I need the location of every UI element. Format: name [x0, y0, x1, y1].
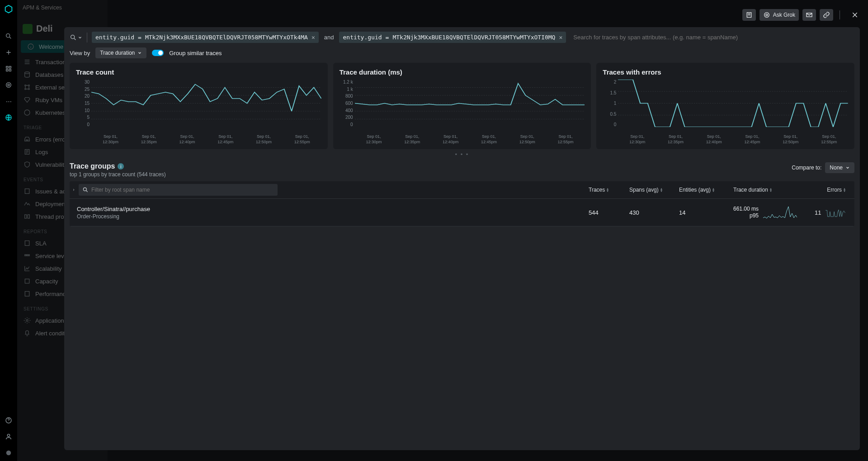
y-axis-labels: 21.510.50: [603, 80, 616, 127]
trace-groups-subtitle: top 1 groups by trace count (544 traces): [70, 171, 166, 178]
help-icon[interactable]: [5, 416, 13, 424]
x-axis-labels: Sep 01,12:30pmSep 01,12:35pmSep 01,12:40…: [618, 134, 848, 145]
span-name: Controller/Sinatra//purchase: [77, 206, 583, 212]
compare-label: Compare to:: [792, 165, 821, 171]
trace-groups-section: Trace groups i top 1 groups by trace cou…: [64, 160, 860, 450]
search-bar: entity.guid = MTk2Njk3MXxBUE18QVBQTElDQV…: [64, 27, 860, 47]
remove-filter-button[interactable]: ✕: [559, 34, 562, 41]
svg-point-0: [6, 34, 10, 38]
cell-name: Controller/Sinatra//purchase Order-Proce…: [70, 206, 583, 220]
globe-icon[interactable]: [5, 113, 13, 122]
ask-grok-label: Ask Grok: [773, 12, 795, 18]
filter-attr: entity.guid: [343, 34, 382, 41]
service-name: Order-Processing: [77, 213, 583, 220]
svg-point-10: [6, 451, 11, 456]
table-row[interactable]: Controller/Sinatra//purchase Order-Proce…: [70, 199, 854, 226]
chart-trace-duration: Trace duration (ms) 1.2 k1 k800600400200…: [333, 63, 591, 149]
search-input[interactable]: [570, 32, 854, 43]
filter-root-span-input[interactable]: [79, 184, 278, 196]
info-icon[interactable]: i: [118, 163, 124, 169]
compare-dropdown[interactable]: None: [825, 162, 854, 173]
cell-errors: 11: [809, 204, 854, 221]
column-errors[interactable]: Errors▴▾: [809, 182, 854, 198]
svg-point-9: [7, 434, 9, 437]
svg-point-5: [6, 83, 11, 88]
viewby-dropdown[interactable]: Trace duration: [95, 47, 146, 58]
cell-spans: 430: [624, 209, 674, 216]
viewby-value: Trace duration: [100, 50, 135, 56]
toggle-label: Group similar traces: [169, 50, 222, 56]
group-traces-toggle[interactable]: [152, 50, 164, 56]
x-axis-labels: Sep 01,12:30pmSep 01,12:35pmSep 01,12:40…: [91, 134, 321, 145]
ask-grok-button[interactable]: Ask Grok: [760, 9, 799, 21]
newrelic-logo[interactable]: [4, 5, 14, 14]
svg-point-6: [8, 84, 9, 86]
chart-trace-count: Trace count 302520151050 Sep 01,12:30pmS…: [70, 63, 328, 149]
copy-link-button[interactable]: [820, 9, 833, 21]
collapse-handle[interactable]: [70, 181, 76, 198]
duration-value: 661.00 ms: [733, 206, 759, 213]
more-icon[interactable]: ⋯: [5, 97, 13, 105]
svg-rect-1: [6, 66, 8, 68]
search-icon[interactable]: [5, 32, 13, 40]
distributed-tracing-panel: entity.guid = MTk2Njk3MXxBUE18QVBQTElDQV…: [64, 27, 860, 450]
errors-value: 11: [815, 209, 821, 216]
nav-rail: ⋯: [0, 0, 17, 461]
filter-val: MTk2Njk3MXxBUE18QVBQTElDQVRJT058MTYwMTYx…: [392, 34, 555, 41]
search-icon: [70, 34, 77, 41]
x-axis-labels: Sep 01,12:30pmSep 01,12:35pmSep 01,12:40…: [355, 134, 585, 145]
browser-icon[interactable]: [5, 81, 13, 89]
chart-title: Trace count: [76, 68, 321, 76]
divider: [840, 10, 840, 19]
svg-point-30: [764, 13, 769, 18]
column-entities[interactable]: Entities (avg)▴▾: [674, 182, 728, 198]
svg-point-31: [766, 14, 768, 16]
filter-op: =: [138, 34, 142, 41]
filter-val: MTk2Njk3MXxBUE18QVBQTElDQVRJT058MTYwMTYx…: [145, 34, 308, 41]
remove-filter-button[interactable]: ✕: [311, 34, 315, 41]
y-axis-labels: 1.2 k1 k8006004002000: [340, 80, 353, 127]
note-icon: [745, 11, 753, 19]
mail-icon: [806, 11, 813, 19]
trace-groups-table: Traces▴▾ Spans (avg)▴▾ Entities (avg)▴▾ …: [70, 181, 854, 226]
apps-icon[interactable]: [5, 65, 13, 73]
svg-rect-3: [6, 69, 8, 71]
search-dropdown-button[interactable]: [70, 34, 82, 41]
chevron-down-icon: [845, 165, 850, 170]
add-icon[interactable]: [5, 48, 13, 56]
share-mail-button[interactable]: [802, 9, 816, 21]
column-duration[interactable]: Trace duration▴▾: [728, 182, 809, 198]
compare-value: None: [830, 165, 843, 171]
filter-pill-1[interactable]: entity.guid = MTk2Njk3MXxBUE18QVBQTElDQV…: [92, 32, 319, 43]
chart-title: Trace duration (ms): [340, 68, 585, 76]
cell-duration: 661.00 ms p95: [728, 204, 809, 221]
status-dot-icon[interactable]: [5, 449, 13, 457]
cell-traces: 544: [583, 209, 624, 216]
resize-grip[interactable]: • • •: [64, 149, 860, 160]
errors-sparkline: [826, 204, 845, 221]
notes-button[interactable]: [742, 9, 756, 21]
chevron-down-icon: [78, 35, 82, 40]
charts-row: Trace count 302520151050 Sep 01,12:30pmS…: [64, 63, 860, 149]
link-icon: [823, 11, 830, 19]
viewby-label: View by: [70, 50, 90, 56]
filter-input-field[interactable]: [91, 187, 274, 193]
column-traces[interactable]: Traces▴▾: [583, 182, 624, 198]
chart-traces-errors: Traces with errors 21.510.50 Sep 01,12:3…: [596, 63, 854, 149]
chart-title: Traces with errors: [603, 68, 848, 76]
filter-pill-2[interactable]: entity.guid = MTk2Njk3MXxBUE18QVBQTElDQV…: [339, 32, 566, 43]
svg-rect-2: [9, 66, 11, 68]
viewby-row: View by Trace duration Group similar tra…: [64, 47, 860, 63]
chart-plot[interactable]: [355, 80, 585, 127]
trace-groups-title: Trace groups: [70, 162, 115, 170]
close-button[interactable]: [850, 10, 860, 20]
user-icon[interactable]: [5, 433, 13, 441]
divider: [87, 33, 87, 42]
chart-plot[interactable]: [618, 80, 848, 127]
column-spans[interactable]: Spans (avg)▴▾: [624, 182, 674, 198]
duration-sparkline: [763, 204, 797, 221]
chevron-down-icon: [137, 51, 142, 55]
svg-rect-4: [9, 69, 11, 71]
svg-point-33: [71, 35, 75, 38]
chart-plot[interactable]: [91, 80, 321, 127]
